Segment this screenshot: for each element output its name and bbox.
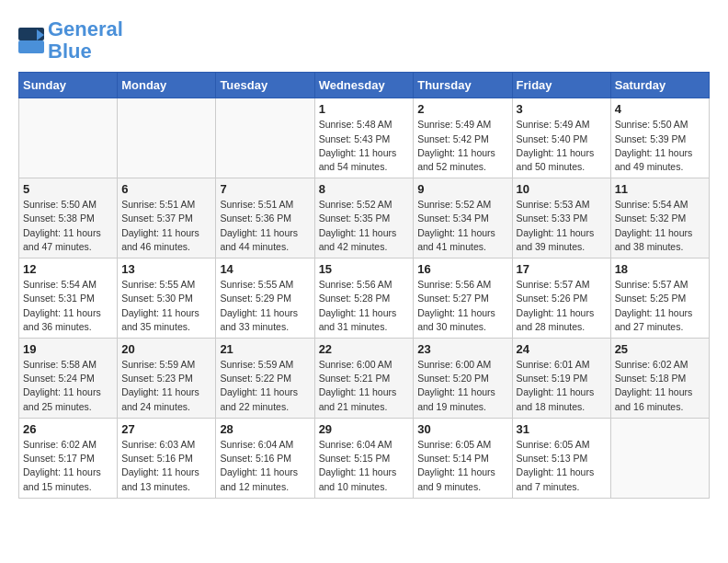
day-info: Sunrise: 5:59 AM Sunset: 5:22 PM Dayligh… (220, 358, 310, 414)
calendar-table: Sunday Monday Tuesday Wednesday Thursday… (18, 72, 710, 498)
calendar-cell (118, 98, 216, 178)
day-info: Sunrise: 5:48 AM Sunset: 5:43 PM Dayligh… (319, 118, 410, 174)
day-info: Sunrise: 6:00 AM Sunset: 5:21 PM Dayligh… (319, 358, 410, 414)
calendar-cell: 1Sunrise: 5:48 AM Sunset: 5:43 PM Daylig… (314, 98, 414, 178)
day-number: 19 (23, 342, 113, 356)
day-number: 17 (517, 262, 607, 276)
calendar-cell: 6Sunrise: 5:51 AM Sunset: 5:37 PM Daylig… (118, 178, 216, 259)
day-number: 10 (517, 182, 607, 196)
day-info: Sunrise: 5:54 AM Sunset: 5:31 PM Dayligh… (23, 278, 113, 334)
calendar-cell: 26Sunrise: 6:02 AM Sunset: 5:17 PM Dayli… (19, 418, 118, 498)
day-number: 29 (319, 422, 410, 436)
day-number: 4 (615, 102, 705, 116)
calendar-cell: 9Sunrise: 5:52 AM Sunset: 5:34 PM Daylig… (414, 178, 512, 259)
day-info: Sunrise: 5:49 AM Sunset: 5:42 PM Dayligh… (417, 118, 507, 174)
header-thursday: Thursday (414, 73, 512, 98)
calendar-cell: 13Sunrise: 5:55 AM Sunset: 5:30 PM Dayli… (118, 259, 216, 339)
day-info: Sunrise: 5:53 AM Sunset: 5:33 PM Dayligh… (517, 198, 607, 254)
calendar-cell: 22Sunrise: 6:00 AM Sunset: 5:21 PM Dayli… (314, 339, 414, 419)
day-info: Sunrise: 5:50 AM Sunset: 5:39 PM Dayligh… (615, 118, 705, 174)
day-info: Sunrise: 5:56 AM Sunset: 5:28 PM Dayligh… (319, 278, 410, 334)
calendar-cell: 12Sunrise: 5:54 AM Sunset: 5:31 PM Dayli… (19, 259, 118, 339)
calendar-cell: 17Sunrise: 5:57 AM Sunset: 5:26 PM Dayli… (512, 259, 610, 339)
day-number: 26 (23, 422, 113, 436)
header-wednesday: Wednesday (314, 73, 414, 98)
calendar-header: Sunday Monday Tuesday Wednesday Thursday… (19, 73, 710, 98)
calendar-cell: 7Sunrise: 5:51 AM Sunset: 5:36 PM Daylig… (216, 178, 314, 259)
header-sunday: Sunday (19, 73, 118, 98)
calendar-cell: 27Sunrise: 6:03 AM Sunset: 5:16 PM Dayli… (118, 418, 216, 498)
day-info: Sunrise: 5:58 AM Sunset: 5:24 PM Dayligh… (23, 358, 113, 414)
day-number: 3 (517, 102, 607, 116)
calendar-cell: 14Sunrise: 5:55 AM Sunset: 5:29 PM Dayli… (216, 259, 314, 339)
day-number: 11 (615, 182, 705, 196)
calendar-cell: 24Sunrise: 6:01 AM Sunset: 5:19 PM Dayli… (512, 339, 610, 419)
day-number: 20 (121, 342, 211, 356)
calendar-cell: 23Sunrise: 6:00 AM Sunset: 5:20 PM Dayli… (414, 339, 512, 419)
day-number: 14 (220, 262, 310, 276)
calendar-week-4: 19Sunrise: 5:58 AM Sunset: 5:24 PM Dayli… (19, 339, 710, 419)
day-info: Sunrise: 5:55 AM Sunset: 5:30 PM Dayligh… (121, 278, 211, 334)
calendar-cell: 21Sunrise: 5:59 AM Sunset: 5:22 PM Dayli… (216, 339, 314, 419)
page-header: General Blue (18, 18, 710, 63)
calendar-cell (216, 98, 314, 178)
calendar-cell: 15Sunrise: 5:56 AM Sunset: 5:28 PM Dayli… (314, 259, 414, 339)
calendar-cell: 8Sunrise: 5:52 AM Sunset: 5:35 PM Daylig… (314, 178, 414, 259)
calendar-cell: 10Sunrise: 5:53 AM Sunset: 5:33 PM Dayli… (512, 178, 610, 259)
day-number: 25 (615, 342, 705, 356)
day-number: 28 (220, 422, 310, 436)
day-number: 27 (121, 422, 211, 436)
day-info: Sunrise: 5:56 AM Sunset: 5:27 PM Dayligh… (417, 278, 507, 334)
calendar-cell: 28Sunrise: 6:04 AM Sunset: 5:16 PM Dayli… (216, 418, 314, 498)
day-info: Sunrise: 6:00 AM Sunset: 5:20 PM Dayligh… (417, 358, 507, 414)
calendar-cell (610, 418, 709, 498)
day-number: 2 (417, 102, 507, 116)
header-monday: Monday (118, 73, 216, 98)
day-number: 7 (220, 182, 310, 196)
day-number: 16 (417, 262, 507, 276)
day-number: 6 (121, 182, 211, 196)
day-number: 21 (220, 342, 310, 356)
day-info: Sunrise: 5:52 AM Sunset: 5:35 PM Dayligh… (319, 198, 410, 254)
logo-icon (18, 28, 44, 53)
day-number: 13 (121, 262, 211, 276)
calendar-week-3: 12Sunrise: 5:54 AM Sunset: 5:31 PM Dayli… (19, 259, 710, 339)
calendar-cell: 29Sunrise: 6:04 AM Sunset: 5:15 PM Dayli… (314, 418, 414, 498)
calendar-cell: 3Sunrise: 5:49 AM Sunset: 5:40 PM Daylig… (512, 98, 610, 178)
day-number: 24 (517, 342, 607, 356)
day-number: 15 (319, 262, 410, 276)
day-info: Sunrise: 6:05 AM Sunset: 5:14 PM Dayligh… (417, 438, 507, 494)
calendar-cell: 19Sunrise: 5:58 AM Sunset: 5:24 PM Dayli… (19, 339, 118, 419)
calendar-cell: 30Sunrise: 6:05 AM Sunset: 5:14 PM Dayli… (414, 418, 512, 498)
day-number: 12 (23, 262, 113, 276)
day-info: Sunrise: 5:50 AM Sunset: 5:38 PM Dayligh… (23, 198, 113, 254)
day-info: Sunrise: 6:04 AM Sunset: 5:16 PM Dayligh… (220, 438, 310, 494)
day-info: Sunrise: 5:54 AM Sunset: 5:32 PM Dayligh… (615, 198, 705, 254)
header-saturday: Saturday (610, 73, 709, 98)
calendar-week-2: 5Sunrise: 5:50 AM Sunset: 5:38 PM Daylig… (19, 178, 710, 259)
day-number: 30 (417, 422, 507, 436)
day-number: 23 (417, 342, 507, 356)
header-tuesday: Tuesday (216, 73, 314, 98)
calendar-cell: 25Sunrise: 6:02 AM Sunset: 5:18 PM Dayli… (610, 339, 709, 419)
day-info: Sunrise: 6:05 AM Sunset: 5:13 PM Dayligh… (517, 438, 607, 494)
calendar-cell: 16Sunrise: 5:56 AM Sunset: 5:27 PM Dayli… (414, 259, 512, 339)
day-info: Sunrise: 5:57 AM Sunset: 5:26 PM Dayligh… (517, 278, 607, 334)
calendar-cell: 4Sunrise: 5:50 AM Sunset: 5:39 PM Daylig… (610, 98, 709, 178)
calendar-cell: 18Sunrise: 5:57 AM Sunset: 5:25 PM Dayli… (610, 259, 709, 339)
day-info: Sunrise: 6:03 AM Sunset: 5:16 PM Dayligh… (121, 438, 211, 494)
day-info: Sunrise: 6:01 AM Sunset: 5:19 PM Dayligh… (517, 358, 607, 414)
day-number: 18 (615, 262, 705, 276)
calendar-cell (19, 98, 118, 178)
calendar-week-5: 26Sunrise: 6:02 AM Sunset: 5:17 PM Dayli… (19, 418, 710, 498)
calendar-cell: 20Sunrise: 5:59 AM Sunset: 5:23 PM Dayli… (118, 339, 216, 419)
day-info: Sunrise: 5:49 AM Sunset: 5:40 PM Dayligh… (517, 118, 607, 174)
logo-text: General Blue (48, 18, 123, 63)
day-info: Sunrise: 6:02 AM Sunset: 5:18 PM Dayligh… (615, 358, 705, 414)
day-number: 1 (319, 102, 410, 116)
calendar-cell: 11Sunrise: 5:54 AM Sunset: 5:32 PM Dayli… (610, 178, 709, 259)
day-number: 9 (417, 182, 507, 196)
day-info: Sunrise: 5:52 AM Sunset: 5:34 PM Dayligh… (417, 198, 507, 254)
header-friday: Friday (512, 73, 610, 98)
calendar-body: 1Sunrise: 5:48 AM Sunset: 5:43 PM Daylig… (19, 98, 710, 498)
